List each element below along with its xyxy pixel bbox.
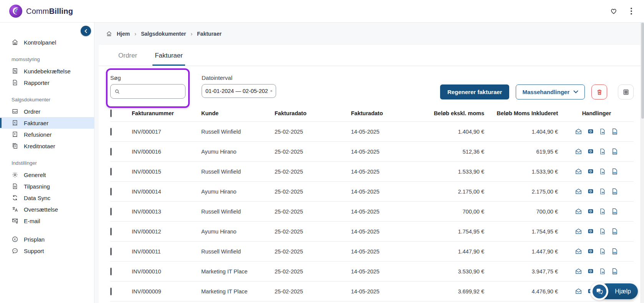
sidebar-item-oversaettelse[interactable]: Oversættelse (0, 204, 94, 215)
row-checkbox[interactable] (110, 168, 112, 176)
send-email-icon[interactable] (575, 268, 582, 275)
download-xml-icon[interactable]: XML (611, 168, 618, 175)
sidebar-item-rapporter[interactable]: Rapporter (0, 77, 94, 88)
download-xml-icon[interactable]: XML (611, 188, 618, 195)
view-invoice-icon[interactable] (587, 208, 594, 215)
cell-customer: Russell Winfield (201, 129, 275, 135)
view-invoice-icon[interactable] (587, 168, 594, 175)
sidebar-item-email[interactable]: E-mail (0, 215, 94, 227)
breadcrumb-item-hjem[interactable]: Hjem (117, 31, 130, 37)
inbox-icon (12, 108, 18, 115)
download-xml-icon[interactable]: XML (611, 228, 618, 235)
search-input[interactable] (123, 88, 181, 95)
export-document-icon[interactable] (599, 248, 606, 255)
view-invoice-icon[interactable] (587, 228, 594, 235)
cell-invoice-number: INV/000015 (132, 169, 201, 175)
export-document-icon[interactable] (599, 148, 606, 155)
help-widget[interactable]: Hjælp (590, 282, 638, 300)
sidebar-item-tilpasning[interactable]: Tilpasning (0, 180, 94, 192)
view-invoice-icon[interactable] (587, 128, 594, 135)
download-xml-icon[interactable]: XML (611, 128, 618, 135)
column-settings-button[interactable] (618, 84, 634, 99)
view-invoice-icon[interactable] (587, 268, 594, 275)
send-email-icon[interactable] (575, 248, 582, 255)
cell-due-date: 14-05-2025 (351, 228, 422, 235)
tab-ordrer[interactable]: Ordrer (116, 45, 139, 66)
main-content: Hjem › Salgsdokumenter › Fakturaer Ordre… (94, 23, 644, 303)
favorites-heart-icon[interactable] (609, 7, 618, 15)
sidebar-section-momsstyring: momsstyring (0, 48, 94, 65)
table-row: INV/000014 Ayumu Hirano 25-02-2025 14-05… (110, 182, 634, 202)
view-invoice-icon[interactable] (587, 188, 594, 195)
cell-amount-incl-vat: 1.447,90 € (486, 248, 560, 255)
send-email-icon[interactable] (575, 188, 582, 195)
sidebar-item-refusioner[interactable]: Refusioner (0, 129, 94, 140)
sidebar-item-data-sync[interactable]: Data Sync (0, 192, 94, 204)
view-invoice-icon[interactable] (587, 248, 594, 255)
cell-due-date: 14-05-2025 (351, 169, 422, 175)
cell-invoice-date: 25-02-2025 (275, 169, 351, 175)
export-document-icon[interactable] (599, 228, 606, 235)
sidebar-item-label: Tilpasning (24, 183, 50, 190)
select-all-checkbox[interactable] (110, 109, 112, 117)
download-xml-icon[interactable]: XML (611, 208, 618, 215)
delete-selected-button[interactable] (591, 84, 607, 99)
sidebar-item-generelt[interactable]: Generelt (0, 169, 94, 180)
export-document-icon[interactable] (599, 188, 606, 195)
download-xml-icon[interactable]: XML (611, 248, 618, 255)
svg-text:XML: XML (613, 232, 617, 234)
cell-amount-incl-vat: 2.175,00 € (486, 189, 560, 195)
send-email-icon[interactable] (575, 208, 582, 215)
send-email-icon[interactable] (575, 148, 582, 155)
row-checkbox[interactable] (110, 268, 112, 275)
view-invoice-icon[interactable] (587, 148, 594, 155)
tab-fakturaer[interactable]: Fakturaer (152, 45, 185, 66)
send-email-icon[interactable] (575, 128, 582, 135)
sidebar-item-ordrer[interactable]: Ordrer (0, 106, 94, 117)
scrollbar-thumb[interactable] (641, 23, 644, 119)
trash-icon (596, 89, 603, 96)
date-range-input[interactable]: 01-01-2024 — 02-05-202 (202, 84, 276, 98)
sidebar-item-kundebekraeftelse[interactable]: Kundebekræftelse (0, 65, 94, 77)
sidebar-item-kreditnotaer[interactable]: Kreditnotaer (0, 140, 94, 152)
export-document-icon[interactable] (599, 168, 606, 175)
translate-icon (12, 206, 18, 213)
row-checkbox[interactable] (110, 228, 112, 235)
header-fakturanummer: Fakturanummer (132, 110, 201, 116)
breadcrumb-item-salgsdokumenter[interactable]: Salgsdokumenter (141, 31, 186, 37)
row-checkbox[interactable] (110, 128, 112, 136)
send-email-icon[interactable] (575, 228, 582, 235)
cell-invoice-number: INV/000013 (132, 209, 201, 215)
sidebar-item-fakturaer[interactable]: € Fakturaer (0, 117, 94, 129)
row-checkbox[interactable] (110, 288, 112, 295)
sidebar-item-kontrolpanel[interactable]: Kontrolpanel (0, 36, 94, 48)
svg-text:€: € (14, 121, 16, 124)
kebab-menu-icon[interactable] (628, 7, 635, 15)
page-scrollbar (641, 23, 644, 303)
row-checkbox[interactable] (110, 188, 112, 195)
row-checkbox[interactable] (110, 208, 112, 215)
regenerate-invoices-button[interactable]: Regenerer fakturaer (440, 84, 510, 99)
table-row: INV/000010 Marketing IT Place 25-02-2025… (110, 262, 634, 281)
row-checkbox[interactable] (110, 148, 112, 156)
sidebar-item-support[interactable]: Support (0, 245, 94, 257)
cell-invoice-number: INV/000017 (132, 129, 201, 135)
export-document-icon[interactable] (599, 208, 606, 215)
download-xml-icon[interactable]: XML (611, 148, 618, 155)
bulk-actions-button[interactable]: Massehandlinger (516, 84, 585, 99)
cell-amount-excl-vat: 3.699,92 € (422, 288, 486, 295)
download-xml-icon[interactable]: XML (611, 268, 618, 275)
svg-text:XML: XML (613, 152, 617, 154)
sidebar-item-prisplan[interactable]: € Prisplan (0, 233, 94, 245)
sidebar-collapse-button[interactable] (81, 26, 91, 36)
send-email-icon[interactable] (575, 288, 582, 295)
export-document-icon[interactable] (599, 268, 606, 275)
row-checkbox[interactable] (110, 248, 112, 255)
help-chat-icon[interactable] (590, 282, 608, 300)
cell-invoice-number: INV/000014 (132, 189, 201, 195)
cell-due-date: 14-05-2025 (351, 189, 422, 195)
send-email-icon[interactable] (575, 168, 582, 175)
export-document-icon[interactable] (599, 128, 606, 135)
sidebar-section-indstillinger: Indstillinger (0, 152, 94, 169)
cell-customer: Marketing IT Place (201, 288, 275, 295)
